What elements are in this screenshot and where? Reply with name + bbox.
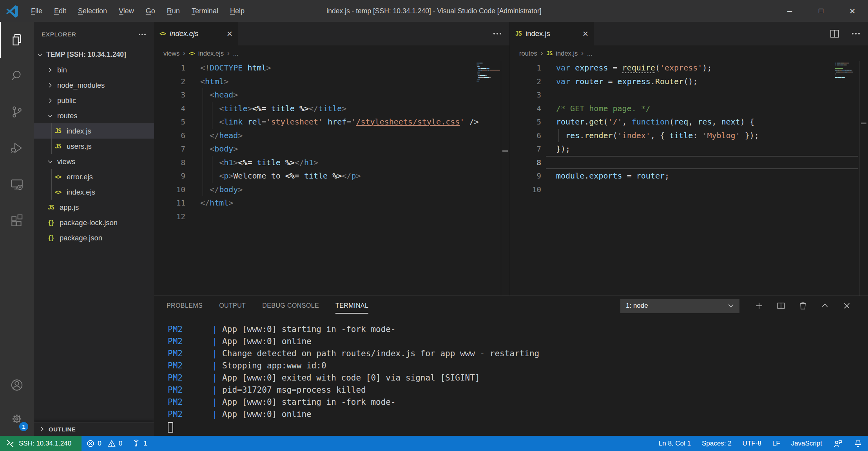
editor-group-left: <> index.ejs ✕ views›<>index.ejs›...1<!D… [154, 22, 509, 296]
scrollbar[interactable] [859, 61, 868, 296]
json-file-icon: {} [48, 235, 60, 242]
minimap[interactable] [477, 63, 500, 84]
panel-tab-problems[interactable]: PROBLEMS [167, 296, 203, 316]
tab-bar: JS index.js ✕ [510, 22, 868, 45]
forwarded-ports[interactable]: 1 [127, 436, 152, 451]
run-debug-icon[interactable] [0, 130, 34, 166]
breadcrumb-item[interactable]: views [163, 50, 179, 57]
tab-index.js[interactable]: JS index.js ✕ [510, 22, 594, 45]
tree-item-bin[interactable]: bin [34, 62, 154, 78]
problems-status[interactable]: 0 0 [82, 436, 127, 451]
window-controls: – □ × [774, 0, 868, 22]
tree-item-index-js[interactable]: JSindex.js [34, 123, 154, 139]
js-file-icon: JS [55, 128, 67, 135]
search-icon[interactable] [0, 58, 34, 94]
menu-view[interactable]: View [113, 0, 140, 22]
panel-tab-output[interactable]: OUTPUT [219, 296, 246, 316]
maximize-panel-icon[interactable] [814, 297, 836, 314]
maximize-button[interactable]: □ [805, 0, 837, 22]
encoding-setting[interactable]: UTF-8 [737, 436, 767, 451]
source-control-icon[interactable] [0, 94, 34, 130]
terminal-line: PM2 | App [www:0] starting in -fork mode… [168, 323, 868, 336]
panel-tab-debug-console[interactable]: DEBUG CONSOLE [262, 296, 319, 316]
terminal-output[interactable]: PM2 | App [www:0] starting in -fork mode… [154, 316, 868, 436]
tree-item-error-ejs[interactable]: <>error.ejs [34, 169, 154, 184]
tree-item-node-modules[interactable]: node_modules [34, 78, 154, 93]
split-terminal-icon[interactable] [770, 297, 792, 314]
tree-item-views[interactable]: views [34, 154, 154, 169]
menu-go[interactable]: Go [140, 0, 161, 22]
close-tab-icon[interactable]: ✕ [582, 29, 589, 38]
remote-icon [5, 439, 15, 448]
editor-more-actions-icon[interactable] [852, 32, 860, 35]
outline-section[interactable]: OUTLINE [34, 422, 154, 436]
panel-tab-terminal[interactable]: TERMINAL [335, 296, 368, 316]
menu-selection[interactable]: Selection [72, 0, 113, 22]
code-editor[interactable]: 1var express = require('express');2var r… [510, 61, 868, 296]
activity-bar: 1 [0, 22, 34, 436]
breadcrumb-item[interactable]: index.ejs [198, 50, 224, 57]
minimap[interactable] [835, 63, 859, 81]
close-tab-icon[interactable]: ✕ [227, 29, 233, 38]
terminal-select[interactable]: 1: node [620, 299, 739, 313]
breadcrumb-item[interactable]: routes [519, 50, 537, 57]
remote-explorer-icon[interactable] [0, 166, 34, 202]
feedback-icon [833, 439, 843, 448]
kill-terminal-icon[interactable] [792, 297, 814, 314]
indentation-setting[interactable]: Spaces: 2 [696, 436, 737, 451]
terminal-line: PM2 | App [www:0] online [168, 336, 868, 348]
menu-run[interactable]: Run [161, 0, 186, 22]
close-panel-icon[interactable] [836, 297, 858, 314]
extensions-icon[interactable] [0, 202, 34, 238]
language-mode[interactable]: JavaScript [786, 436, 828, 451]
panel-header: PROBLEMSOUTPUTDEBUG CONSOLETERMINAL 1: n… [154, 296, 868, 316]
tab-index.ejs[interactable]: <> index.ejs ✕ [154, 22, 238, 45]
split-editor-icon[interactable] [830, 29, 840, 39]
notifications-button[interactable] [848, 436, 868, 451]
tree-item-routes[interactable]: routes [34, 108, 154, 123]
cursor-position[interactable]: Ln 8, Col 1 [653, 436, 696, 451]
menu-help[interactable]: Help [224, 0, 250, 22]
feedback-button[interactable] [828, 436, 848, 451]
tree-item-package-lock-json[interactable]: {}package-lock.json [34, 215, 154, 230]
warning-icon [107, 439, 116, 448]
settings-gear-icon[interactable]: 1 [0, 402, 34, 436]
js-file-icon: JS [515, 30, 522, 37]
breadcrumb-item[interactable]: ... [233, 50, 239, 57]
file-tree: TEMP [SSH: 10.34.1.240]binnode_modulespu… [34, 47, 154, 245]
panel: PROBLEMSOUTPUTDEBUG CONSOLETERMINAL 1: n… [154, 296, 868, 436]
minimize-button[interactable]: – [774, 0, 805, 22]
vscode-logo-icon [5, 4, 19, 18]
radio-tower-icon [132, 439, 141, 448]
account-icon[interactable] [0, 368, 34, 402]
close-button[interactable]: × [837, 0, 868, 22]
menu-bar: FileEditSelectionViewGoRunTerminalHelp [25, 0, 250, 22]
menu-terminal[interactable]: Terminal [186, 0, 224, 22]
tree-item-app-js[interactable]: JSapp.js [34, 200, 154, 215]
explorer-more-actions-icon[interactable] [138, 33, 146, 36]
explorer-icon[interactable] [0, 22, 34, 58]
editor-more-actions-icon[interactable] [493, 32, 502, 35]
tree-root-folder[interactable]: TEMP [SSH: 10.34.1.240] [34, 47, 154, 62]
code-editor[interactable]: 1<!DOCTYPE html>2<html>3 <head>4 <title>… [154, 61, 509, 296]
tree-item-index-ejs[interactable]: <>index.ejs [34, 184, 154, 200]
remote-indicator[interactable]: SSH: 10.34.1.240 [0, 436, 82, 451]
scrollbar[interactable] [501, 61, 509, 296]
editor-group-right: JS index.js ✕ routes›JSindex.js›...1var … [509, 22, 868, 296]
eol-setting[interactable]: LF [767, 436, 786, 451]
terminal-line: PM2 | pid=317207 msg=process killed [168, 384, 868, 396]
terminal-line: PM2 | App [www:0] starting in -fork mode… [168, 396, 868, 408]
tree-item-users-js[interactable]: JSusers.js [34, 139, 154, 154]
breadcrumb-item[interactable]: index.js [556, 50, 578, 57]
menu-file[interactable]: File [25, 0, 48, 22]
tree-item-public[interactable]: public [34, 93, 154, 108]
explorer-sidebar: EXPLORER TEMP [SSH: 10.34.1.240]binnode_… [34, 22, 154, 436]
js-file-icon: JS [48, 204, 60, 211]
menu-edit[interactable]: Edit [48, 0, 72, 22]
terminal-line: PM2 | Stopping app:www id:0 [168, 360, 868, 372]
new-terminal-icon[interactable] [748, 297, 770, 314]
tree-item-package-json[interactable]: {}package.json [34, 230, 154, 245]
breadcrumb-item[interactable]: ... [587, 50, 593, 57]
status-bar: SSH: 10.34.1.240 0 0 1 Ln 8, Col 1 Space… [0, 436, 868, 451]
ejs-file-icon: <> [55, 173, 67, 180]
